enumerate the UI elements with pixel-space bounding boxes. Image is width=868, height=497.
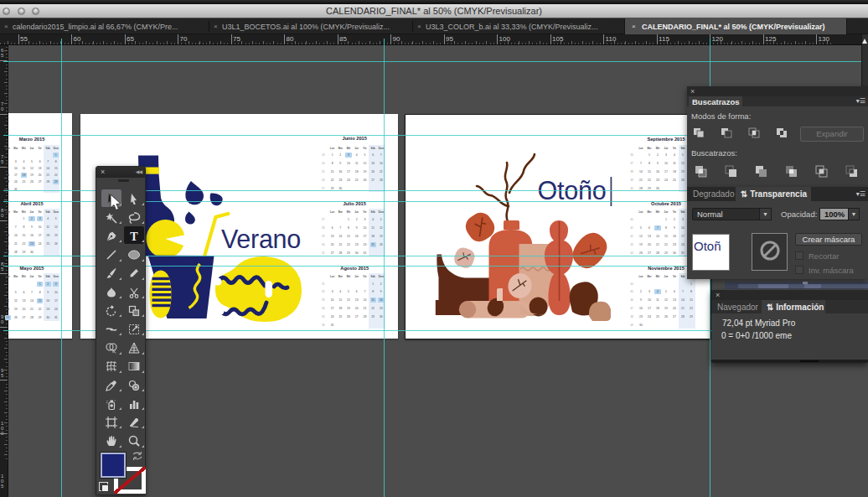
svg-text:T: T <box>130 230 138 243</box>
svg-text:Verano: Verano <box>221 225 301 253</box>
